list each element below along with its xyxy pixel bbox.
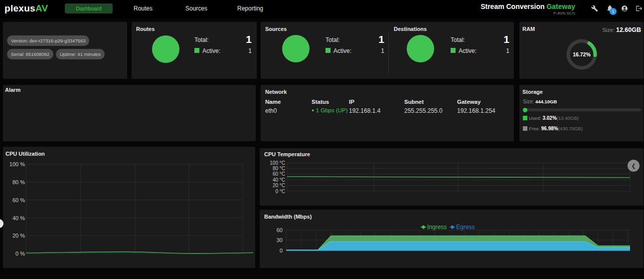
- svg-text:20 %: 20 %: [12, 233, 25, 239]
- svg-text:60 °C: 60 °C: [273, 171, 285, 177]
- svg-text:30: 30: [277, 237, 283, 243]
- svg-text:0: 0: [280, 248, 283, 254]
- svg-text:80 %: 80 %: [12, 179, 25, 185]
- svg-text:16.72%: 16.72%: [573, 51, 591, 57]
- svg-text:80 °C: 80 °C: [273, 166, 285, 171]
- svg-text:60: 60: [277, 227, 283, 233]
- svg-text:60 %: 60 %: [12, 197, 25, 203]
- svg-text:100 %: 100 %: [9, 161, 25, 167]
- svg-text:40 °C: 40 °C: [273, 177, 285, 183]
- svg-text:20 °C: 20 °C: [273, 183, 285, 188]
- svg-text:0 %: 0 %: [15, 251, 25, 257]
- svg-text:40 %: 40 %: [12, 215, 25, 221]
- svg-text:0 °C: 0 °C: [275, 189, 285, 194]
- svg-text:100 °C: 100 °C: [270, 160, 285, 166]
